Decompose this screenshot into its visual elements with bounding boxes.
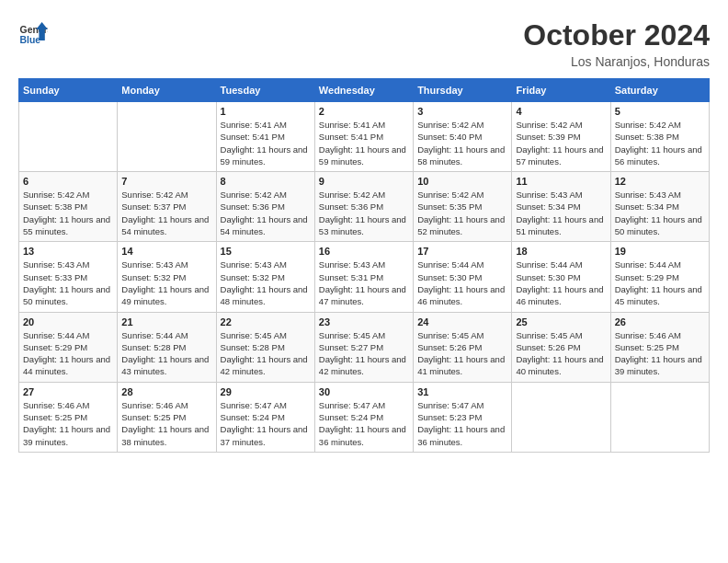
day-info: Sunrise: 5:42 AMSunset: 5:35 PMDaylight:… [417, 189, 507, 237]
day-info: Sunrise: 5:46 AMSunset: 5:25 PMDaylight:… [615, 329, 705, 378]
calendar-header: SundayMondayTuesdayWednesdayThursdayFrid… [19, 79, 710, 102]
calendar-cell [118, 102, 216, 172]
weekday-header-saturday: Saturday [610, 79, 709, 102]
calendar-cell: 29Sunrise: 5:47 AMSunset: 5:24 PMDayligh… [216, 382, 314, 452]
day-info: Sunrise: 5:42 AMSunset: 5:38 PMDaylight:… [23, 189, 113, 237]
day-number: 2 [319, 106, 409, 117]
day-info: Sunrise: 5:43 AMSunset: 5:32 PMDaylight:… [121, 259, 211, 307]
day-info: Sunrise: 5:42 AMSunset: 5:40 PMDaylight:… [417, 119, 507, 167]
calendar-cell: 7Sunrise: 5:42 AMSunset: 5:37 PMDaylight… [118, 172, 216, 242]
day-number: 3 [417, 106, 507, 117]
logo: General Blue [18, 18, 51, 48]
day-info: Sunrise: 5:45 AMSunset: 5:26 PMDaylight:… [516, 329, 606, 378]
day-number: 22 [221, 316, 311, 327]
calendar-cell: 28Sunrise: 5:46 AMSunset: 5:25 PMDayligh… [118, 382, 216, 452]
calendar-body: 1Sunrise: 5:41 AMSunset: 5:41 PMDaylight… [19, 102, 710, 453]
calendar-cell: 31Sunrise: 5:47 AMSunset: 5:23 PMDayligh… [414, 382, 512, 452]
day-number: 30 [319, 386, 409, 397]
calendar-cell: 25Sunrise: 5:45 AMSunset: 5:26 PMDayligh… [512, 312, 610, 382]
day-number: 31 [417, 386, 507, 397]
calendar-cell: 23Sunrise: 5:45 AMSunset: 5:27 PMDayligh… [314, 312, 413, 382]
calendar-cell: 18Sunrise: 5:44 AMSunset: 5:30 PMDayligh… [512, 242, 610, 312]
calendar-cell [512, 382, 610, 452]
day-number: 7 [121, 176, 211, 187]
day-number: 23 [319, 316, 409, 327]
calendar-cell: 10Sunrise: 5:42 AMSunset: 5:35 PMDayligh… [414, 172, 512, 242]
day-info: Sunrise: 5:44 AMSunset: 5:28 PMDaylight:… [121, 329, 211, 378]
weekday-header-sunday: Sunday [19, 79, 118, 102]
calendar-cell: 26Sunrise: 5:46 AMSunset: 5:25 PMDayligh… [610, 312, 709, 382]
day-number: 27 [23, 386, 113, 397]
calendar: SundayMondayTuesdayWednesdayThursdayFrid… [18, 78, 710, 453]
day-info: Sunrise: 5:44 AMSunset: 5:30 PMDaylight:… [417, 259, 507, 307]
calendar-cell: 19Sunrise: 5:44 AMSunset: 5:29 PMDayligh… [610, 242, 709, 312]
day-info: Sunrise: 5:45 AMSunset: 5:28 PMDaylight:… [221, 329, 311, 378]
calendar-cell: 11Sunrise: 5:43 AMSunset: 5:34 PMDayligh… [512, 172, 610, 242]
day-info: Sunrise: 5:43 AMSunset: 5:32 PMDaylight:… [221, 259, 311, 307]
day-info: Sunrise: 5:46 AMSunset: 5:25 PMDaylight:… [23, 399, 113, 448]
weekday-header-wednesday: Wednesday [314, 79, 413, 102]
calendar-cell: 6Sunrise: 5:42 AMSunset: 5:38 PMDaylight… [19, 172, 118, 242]
day-number: 21 [121, 316, 211, 327]
calendar-cell: 22Sunrise: 5:45 AMSunset: 5:28 PMDayligh… [216, 312, 314, 382]
day-info: Sunrise: 5:44 AMSunset: 5:29 PMDaylight:… [23, 329, 113, 378]
day-info: Sunrise: 5:47 AMSunset: 5:23 PMDaylight:… [417, 399, 507, 448]
calendar-cell [610, 382, 709, 452]
day-number: 9 [319, 176, 409, 187]
calendar-cell: 24Sunrise: 5:45 AMSunset: 5:26 PMDayligh… [414, 312, 512, 382]
page-header: General Blue October 2024 Los Naranjos, … [18, 18, 710, 69]
day-number: 12 [615, 176, 705, 187]
day-info: Sunrise: 5:43 AMSunset: 5:33 PMDaylight:… [23, 259, 113, 307]
month-title: October 2024 [523, 18, 710, 52]
calendar-week-0: 1Sunrise: 5:41 AMSunset: 5:41 PMDaylight… [19, 102, 710, 172]
day-info: Sunrise: 5:42 AMSunset: 5:37 PMDaylight:… [121, 189, 211, 237]
day-number: 11 [516, 176, 606, 187]
calendar-cell: 4Sunrise: 5:42 AMSunset: 5:39 PMDaylight… [512, 102, 610, 172]
day-number: 14 [121, 246, 211, 257]
calendar-cell: 20Sunrise: 5:44 AMSunset: 5:29 PMDayligh… [19, 312, 118, 382]
day-number: 20 [23, 316, 113, 327]
day-info: Sunrise: 5:47 AMSunset: 5:24 PMDaylight:… [319, 399, 409, 448]
day-number: 29 [221, 386, 311, 397]
day-info: Sunrise: 5:42 AMSunset: 5:36 PMDaylight:… [319, 189, 409, 237]
day-number: 4 [516, 106, 606, 117]
day-number: 5 [615, 106, 705, 117]
logo-icon: General Blue [18, 18, 48, 48]
calendar-cell: 8Sunrise: 5:42 AMSunset: 5:36 PMDaylight… [216, 172, 314, 242]
day-info: Sunrise: 5:45 AMSunset: 5:26 PMDaylight:… [417, 329, 507, 378]
day-number: 25 [516, 316, 606, 327]
calendar-cell [19, 102, 118, 172]
calendar-cell: 15Sunrise: 5:43 AMSunset: 5:32 PMDayligh… [216, 242, 314, 312]
calendar-cell: 13Sunrise: 5:43 AMSunset: 5:33 PMDayligh… [19, 242, 118, 312]
day-info: Sunrise: 5:42 AMSunset: 5:38 PMDaylight:… [615, 119, 705, 167]
location: Los Naranjos, Honduras [523, 54, 710, 69]
day-number: 18 [516, 246, 606, 257]
calendar-cell: 5Sunrise: 5:42 AMSunset: 5:38 PMDaylight… [610, 102, 709, 172]
day-number: 26 [615, 316, 705, 327]
day-number: 17 [417, 246, 507, 257]
day-number: 10 [417, 176, 507, 187]
day-info: Sunrise: 5:42 AMSunset: 5:36 PMDaylight:… [221, 189, 311, 237]
calendar-week-2: 13Sunrise: 5:43 AMSunset: 5:33 PMDayligh… [19, 242, 710, 312]
day-info: Sunrise: 5:45 AMSunset: 5:27 PMDaylight:… [319, 329, 409, 378]
weekday-header-monday: Monday [118, 79, 216, 102]
calendar-cell: 14Sunrise: 5:43 AMSunset: 5:32 PMDayligh… [118, 242, 216, 312]
title-area: October 2024 Los Naranjos, Honduras [523, 18, 710, 69]
calendar-cell: 1Sunrise: 5:41 AMSunset: 5:41 PMDaylight… [216, 102, 314, 172]
calendar-cell: 9Sunrise: 5:42 AMSunset: 5:36 PMDaylight… [314, 172, 413, 242]
calendar-cell: 2Sunrise: 5:41 AMSunset: 5:41 PMDaylight… [314, 102, 413, 172]
weekday-header-row: SundayMondayTuesdayWednesdayThursdayFrid… [19, 79, 710, 102]
day-number: 1 [221, 106, 311, 117]
calendar-week-3: 20Sunrise: 5:44 AMSunset: 5:29 PMDayligh… [19, 312, 710, 382]
weekday-header-tuesday: Tuesday [216, 79, 314, 102]
weekday-header-friday: Friday [512, 79, 610, 102]
svg-text:Blue: Blue [20, 35, 41, 45]
day-info: Sunrise: 5:42 AMSunset: 5:39 PMDaylight:… [516, 119, 606, 167]
calendar-cell: 21Sunrise: 5:44 AMSunset: 5:28 PMDayligh… [118, 312, 216, 382]
day-info: Sunrise: 5:47 AMSunset: 5:24 PMDaylight:… [221, 399, 311, 448]
day-number: 28 [121, 386, 211, 397]
day-number: 13 [23, 246, 113, 257]
day-info: Sunrise: 5:41 AMSunset: 5:41 PMDaylight:… [319, 119, 409, 167]
day-number: 6 [23, 176, 113, 187]
day-info: Sunrise: 5:43 AMSunset: 5:34 PMDaylight:… [516, 189, 606, 237]
